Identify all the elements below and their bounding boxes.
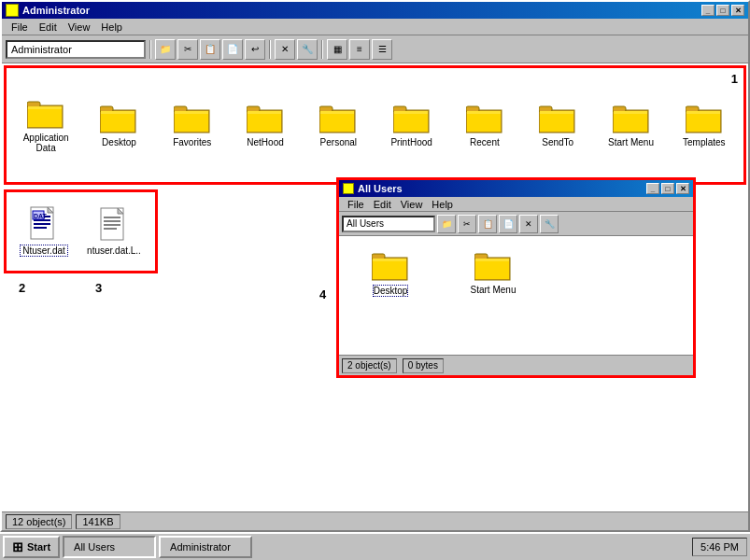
folder-start-menu-label: Start Menu: [608, 137, 654, 147]
main-title-bar: Administrator _ □ ✕: [2, 2, 748, 19]
svg-rect-59: [373, 259, 406, 261]
svg-rect-11: [175, 111, 208, 114]
sub-menu-bar: File Edit View Help: [339, 197, 693, 212]
menu-file[interactable]: File: [6, 20, 34, 35]
toolbar-btn-cut[interactable]: ✂: [177, 39, 198, 60]
folder-favorites-label: Favorites: [173, 137, 211, 147]
sub-folder-desktop-label: Desktop: [373, 285, 409, 297]
sub-title-bar: All Users _ □ ✕: [339, 180, 693, 197]
sub-window-icon: [343, 183, 354, 194]
svg-rect-19: [320, 111, 354, 114]
toolbar-btn-paste[interactable]: 📄: [222, 39, 243, 60]
toolbar-btn-copy[interactable]: 📋: [200, 39, 220, 60]
taskbar-administrator-button[interactable]: Administrator: [159, 536, 252, 558]
folder-favorites[interactable]: Favorites: [161, 103, 224, 147]
svg-rect-22: [394, 111, 428, 132]
folder-sendto[interactable]: SendTo: [526, 103, 589, 147]
sub-menu-view[interactable]: View: [396, 198, 428, 211]
file-ntuser-dat-log[interactable]: ntuser.dat.L..: [86, 207, 142, 256]
sub-menu-edit[interactable]: Edit: [369, 198, 396, 211]
main-window-title: Administrator: [22, 5, 90, 16]
sub-toolbar-btn-6[interactable]: 🔧: [540, 215, 559, 233]
svg-rect-27: [467, 111, 501, 114]
taskbar-all-users-button[interactable]: All Users: [63, 536, 156, 558]
toolbar-separator-3: [321, 40, 323, 59]
taskbar: ⊞ Start All Users Administrator 5:46 PM: [0, 532, 750, 560]
sub-toolbar-btn-2[interactable]: ✂: [458, 215, 476, 233]
folder-desktop-label: Desktop: [102, 137, 136, 147]
sub-toolbar-btn-1[interactable]: 📁: [437, 215, 456, 233]
close-button[interactable]: ✕: [731, 5, 744, 16]
label-3: 3: [95, 281, 102, 295]
toolbar-btn-open-folder[interactable]: 📁: [155, 39, 176, 60]
sub-toolbar-btn-5[interactable]: ✕: [519, 215, 538, 233]
folder-personal[interactable]: Personal: [306, 103, 370, 147]
sub-title-buttons: _ □ ✕: [646, 183, 689, 194]
sub-folder-desktop[interactable]: Desktop: [358, 250, 423, 297]
menu-help[interactable]: Help: [95, 20, 128, 35]
folder-printhood-label: PrintHood: [390, 137, 432, 147]
svg-rect-39: [686, 111, 720, 114]
sub-toolbar-btn-4[interactable]: 📄: [499, 215, 517, 233]
svg-rect-2: [28, 106, 62, 127]
taskbar-clock: 5:46 PM: [692, 538, 747, 556]
svg-rect-46: [34, 227, 47, 229]
sub-address-bar[interactable]: [342, 216, 435, 232]
sub-maximize-button[interactable]: □: [661, 183, 674, 194]
sub-folder-start-menu-label: Start Menu: [471, 285, 517, 295]
sub-window-title: All Users: [358, 183, 403, 194]
svg-rect-15: [248, 111, 281, 114]
sub-menu-file[interactable]: File: [343, 198, 369, 211]
sub-close-button[interactable]: ✕: [676, 183, 689, 194]
sub-menu-help[interactable]: Help: [427, 198, 458, 211]
file-ntuser-dat[interactable]: DAT Ntuser.dat: [16, 206, 72, 257]
file-ntuser-dat-label: Ntuser.dat: [20, 245, 68, 257]
sub-status-size: 0 bytes: [403, 358, 444, 373]
label-4: 4: [319, 287, 326, 301]
svg-rect-58: [373, 259, 406, 279]
folder-desktop-icon: [100, 103, 137, 134]
maximize-button[interactable]: □: [716, 5, 729, 16]
sub-toolbar-btn-3[interactable]: 📋: [478, 215, 497, 233]
svg-rect-26: [467, 111, 501, 132]
toolbar-btn-views[interactable]: ▦: [327, 39, 347, 60]
menu-edit[interactable]: Edit: [34, 20, 63, 35]
sub-minimize-button[interactable]: _: [646, 183, 659, 194]
svg-rect-31: [540, 111, 573, 114]
folder-templates[interactable]: Templates: [672, 103, 736, 147]
taskbar-all-users-label: All Users: [74, 541, 115, 553]
folder-templates-icon: [686, 103, 723, 134]
svg-rect-30: [540, 111, 573, 132]
folder-recent[interactable]: Recent: [453, 103, 517, 147]
toolbar-btn-list[interactable]: ≡: [349, 39, 370, 60]
address-bar[interactable]: [6, 40, 146, 59]
sub-folder-start-menu[interactable]: Start Menu: [460, 250, 526, 295]
taskbar-administrator-label: Administrator: [170, 541, 231, 553]
svg-rect-35: [614, 111, 647, 114]
toolbar-btn-delete[interactable]: ✕: [275, 39, 295, 60]
svg-rect-45: [34, 223, 50, 225]
main-window-icon: [6, 4, 19, 17]
toolbar-btn-details[interactable]: ☰: [372, 39, 392, 60]
toolbar-btn-properties[interactable]: 🔧: [297, 39, 318, 60]
menu-view[interactable]: View: [63, 20, 96, 35]
svg-rect-18: [320, 111, 354, 132]
start-button-label: Start: [27, 541, 50, 553]
file-ntuser-dat-log-label: ntuser.dat.L..: [87, 245, 141, 256]
folder-start-menu[interactable]: Start Menu: [599, 103, 662, 147]
folder-sendto-label: SendTo: [542, 137, 573, 147]
toolbar-separator-1: [149, 40, 151, 59]
main-menu-bar: File Edit View Help: [2, 19, 748, 35]
folder-printhood[interactable]: PrintHood: [379, 103, 443, 147]
start-button[interactable]: ⊞ Start: [3, 536, 60, 558]
folder-nethood[interactable]: NetHood: [233, 103, 297, 147]
folder-application-data[interactable]: Application Data: [14, 98, 78, 153]
svg-rect-63: [475, 259, 509, 261]
sub-folder-desktop-icon: [372, 250, 409, 282]
minimize-button[interactable]: _: [701, 5, 715, 16]
svg-text:DAT: DAT: [34, 213, 48, 219]
folder-recent-icon: [466, 103, 503, 134]
folder-desktop[interactable]: Desktop: [87, 103, 150, 147]
toolbar-btn-undo[interactable]: ↩: [245, 39, 265, 60]
region-1: 1 Application Data Desktop: [4, 65, 746, 185]
